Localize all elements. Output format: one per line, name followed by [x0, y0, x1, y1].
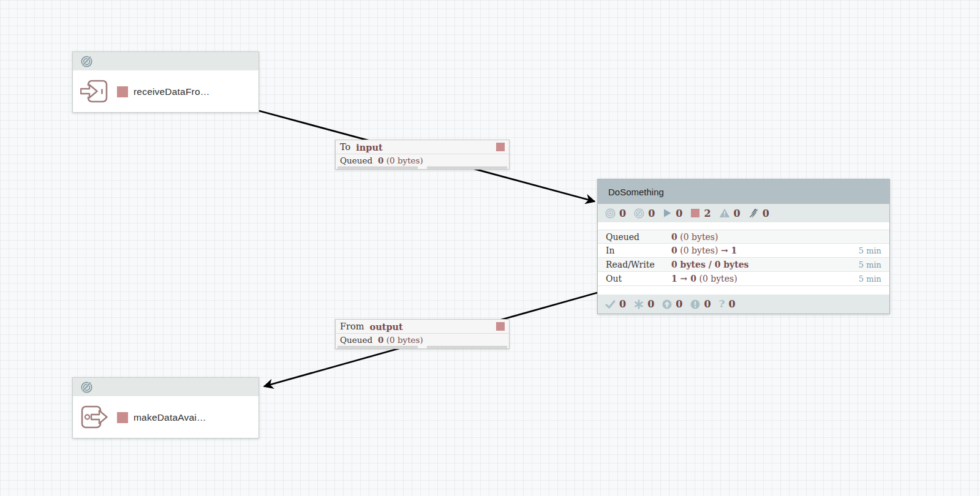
stopped-status-icon [117, 412, 128, 423]
nifi-flow-canvas[interactable]: receiveDataFro… To input Queued 0 (0 byt… [0, 0, 980, 496]
output-port-icon [80, 405, 108, 430]
process-group-status-row: 0 0 0 [598, 204, 889, 222]
connection-queued-row: Queued 0 (0 bytes) [336, 154, 509, 166]
stat-label: In [606, 246, 671, 255]
process-group-header: DoSomething [598, 179, 889, 204]
transmission-inactive-icon [80, 55, 93, 68]
stat-value: 0 (0 bytes) [671, 232, 718, 242]
not-transmitting-stat: 0 [634, 208, 655, 219]
process-group-dosomething[interactable]: DoSomething 0 [597, 179, 890, 314]
sync-failure-stat: ? 0 [719, 298, 736, 310]
stat-label: Out [606, 274, 671, 284]
stale-count: 0 [676, 298, 682, 310]
locally-modified-count: 0 [647, 298, 654, 310]
connection-label-header: From output [336, 320, 509, 334]
stat-row-out: Out 1 → 0 (0 bytes) 5 min [598, 272, 889, 286]
connection-port-name: output [369, 321, 402, 332]
connection-port-name: input [356, 142, 382, 152]
stat-row-queued: Queued 0 (0 bytes) [598, 230, 889, 244]
connection-direction: To [340, 142, 350, 152]
stat-label: Queued [606, 232, 671, 242]
size-backpressure-bar [427, 346, 507, 348]
input-port-icon [80, 79, 108, 105]
stale-icon [662, 299, 672, 309]
stale-stat: 0 [662, 298, 682, 310]
invalid-icon [719, 208, 730, 218]
queued-label: Queued [340, 335, 372, 345]
stopped-count: 2 [704, 208, 710, 219]
up-to-date-count: 0 [619, 298, 626, 310]
connection-direction: From [340, 321, 364, 331]
transmitting-stat: 0 [605, 208, 626, 219]
queued-value: 0 (0 bytes) [378, 335, 423, 345]
transmitting-icon [605, 208, 616, 219]
stat-value: 1 → 0 (0 bytes) [671, 274, 737, 284]
queued-label: Queued [340, 156, 372, 165]
up-to-date-stat: 0 [605, 298, 626, 310]
backpressure-bars [336, 167, 509, 169]
disabled-icon [748, 208, 759, 219]
invalid-stat: 0 [719, 208, 741, 219]
running-icon [663, 208, 672, 218]
stat-timing: 5 min [859, 274, 881, 284]
process-group-stats: Queued 0 (0 bytes) In 0 (0 bytes) → 1 5 … [598, 230, 889, 286]
output-port-header [73, 378, 258, 396]
connection-label-from-output[interactable]: From output Queued 0 (0 bytes) [335, 319, 510, 349]
connection-queued-row: Queued 0 (0 bytes) [336, 334, 509, 345]
stopped-stat: 2 [690, 208, 710, 219]
backpressure-bars [336, 346, 509, 348]
invalid-count: 0 [734, 208, 741, 219]
stopped-icon [690, 208, 700, 218]
not-transmitting-count: 0 [648, 208, 655, 219]
input-port-body: receiveDataFro… [73, 70, 258, 113]
sync-failure-icon: ? [719, 299, 725, 309]
locally-modified-stale-stat: 0 [690, 298, 710, 310]
locally-modified-stale-icon [690, 299, 700, 309]
object-backpressure-bar [337, 167, 418, 169]
output-port-body: makeDataAvai… [73, 396, 258, 438]
queued-value: 0 (0 bytes) [378, 156, 423, 165]
stopped-status-icon [117, 86, 128, 97]
stat-timing: 5 min [859, 260, 881, 269]
process-group-title: DoSomething [608, 187, 664, 197]
output-port-name: makeDataAvai… [134, 412, 206, 423]
process-group-version-row: 0 0 0 [598, 295, 889, 314]
stat-row-readwrite: Read/Write 0 bytes / 0 bytes 5 min [598, 258, 889, 272]
output-port-component[interactable]: makeDataAvai… [72, 377, 259, 438]
stat-value: 0 bytes / 0 bytes [671, 260, 748, 269]
not-transmitting-icon [634, 208, 644, 219]
running-count: 0 [676, 208, 682, 219]
input-port-name: receiveDataFro… [134, 86, 209, 97]
input-port-component[interactable]: receiveDataFro… [72, 51, 259, 113]
transmitting-count: 0 [619, 208, 626, 219]
stat-value: 0 (0 bytes) → 1 [671, 246, 737, 255]
up-to-date-icon [605, 299, 616, 309]
locally-modified-stale-count: 0 [704, 298, 710, 310]
transmission-inactive-icon [80, 381, 93, 394]
connection-label-to-input[interactable]: To input Queued 0 (0 bytes) [335, 140, 510, 170]
disabled-count: 0 [763, 208, 769, 219]
connection-status-square-icon [496, 143, 505, 151]
connection-status-square-icon [496, 322, 505, 331]
stat-timing: 5 min [859, 246, 881, 255]
locally-modified-stat: 0 [634, 298, 654, 310]
input-port-header [73, 52, 258, 70]
locally-modified-icon [634, 299, 644, 309]
size-backpressure-bar [427, 167, 507, 169]
object-backpressure-bar [337, 346, 418, 348]
running-stat: 0 [663, 208, 682, 219]
stat-label: Read/Write [606, 260, 671, 269]
sync-failure-count: 0 [729, 298, 736, 310]
connection-label-header: To input [336, 140, 509, 154]
disabled-stat: 0 [748, 208, 769, 219]
stat-row-in: In 0 (0 bytes) → 1 5 min [598, 244, 889, 258]
